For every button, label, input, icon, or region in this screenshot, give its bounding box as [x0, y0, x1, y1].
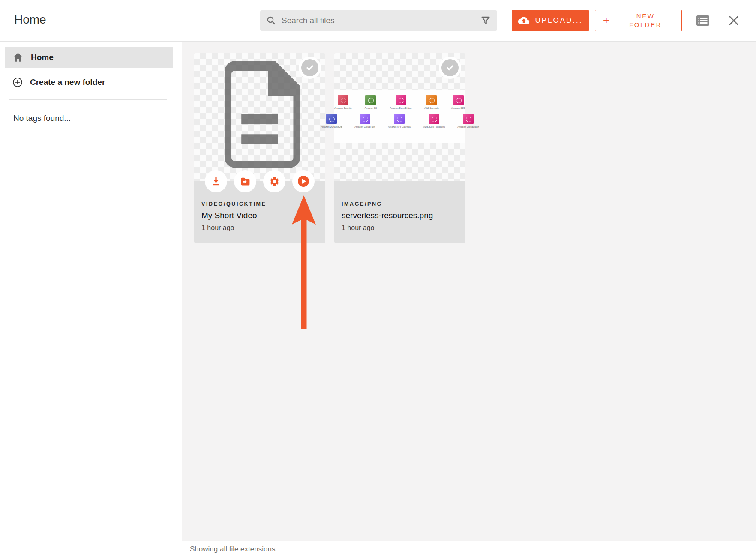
generic-file-icon [214, 60, 306, 169]
circled-plus-icon [12, 77, 23, 87]
new-folder-label: NEW FOLDER [614, 12, 677, 30]
header: Home UPLOAD... + NEW FOLDER [0, 0, 756, 42]
status-text: Showing all file extensions. [190, 545, 277, 554]
aws-icon-row: Amazon DynamoDB Amazon CloudFront Amazon… [334, 114, 465, 128]
aws-service-icon: Amazon CloudFront [354, 114, 375, 128]
aws-service-icon: Amazon DynamoDB [321, 114, 342, 128]
image-thumbnail[interactable]: Amazon Cognito Amazon S3 Amazon EventBri… [334, 53, 465, 181]
file-modified: 1 hour ago [201, 224, 318, 232]
aws-icon-row: Amazon Cognito Amazon S3 Amazon EventBri… [334, 95, 465, 109]
new-folder-button[interactable]: + NEW FOLDER [595, 10, 682, 31]
move-to-folder-button[interactable] [234, 170, 256, 192]
status-bar: Showing all file extensions. [177, 541, 756, 557]
list-view-toggle[interactable] [694, 12, 711, 29]
sidebar-divider [9, 99, 167, 100]
sidebar: Home Create a new folder No tags found..… [0, 42, 177, 557]
close-button[interactable] [725, 12, 742, 29]
settings-button[interactable] [263, 170, 285, 192]
aws-service-icon: Amazon API Gateway [388, 114, 411, 128]
home-icon [12, 52, 24, 63]
file-name: serverless-resources.png [342, 211, 458, 220]
play-button[interactable] [292, 170, 315, 192]
no-tags-message: No tags found... [13, 114, 177, 123]
page-title: Home [14, 13, 46, 27]
file-actions [205, 170, 315, 192]
settings-gear-icon [269, 176, 280, 187]
aws-service-icon: AWS Lambda [424, 95, 439, 109]
download-button[interactable] [205, 170, 227, 192]
file-name: My Short Video [201, 211, 318, 220]
download-icon [211, 176, 221, 186]
file-card-video[interactable]: VIDEO/QUICKTIME My Short Video 1 hour ag… [194, 53, 325, 243]
aws-service-icon: Amazon Cognito [334, 95, 352, 109]
search-input[interactable] [282, 16, 480, 25]
search-icon [266, 15, 276, 26]
play-icon [297, 175, 310, 188]
filter-icon[interactable] [480, 15, 491, 26]
aws-service-icon: Amazon S3 [364, 95, 378, 109]
aws-service-icon: Amazon Cloudwatch [457, 114, 479, 128]
file-type-label: IMAGE/PNG [342, 201, 458, 207]
plus-icon: + [603, 13, 609, 28]
list-view-icon [696, 15, 710, 27]
video-thumbnail[interactable] [194, 53, 325, 181]
file-type-label: VIDEO/QUICKTIME [201, 201, 318, 207]
file-browser-app: Home UPLOAD... + NEW FOLDER [0, 0, 756, 557]
upload-button[interactable]: UPLOAD... [512, 10, 589, 31]
add-to-folder-icon [240, 177, 251, 186]
upload-label: UPLOAD... [535, 16, 582, 25]
file-meta: IMAGE/PNG serverless-resources.png 1 hou… [334, 181, 465, 243]
select-file-checkbox[interactable] [439, 57, 461, 79]
sidebar-item-home[interactable]: Home [5, 47, 173, 68]
file-grid-area: VIDEO/QUICKTIME My Short Video 1 hour ag… [177, 42, 756, 541]
sidebar-home-label: Home [31, 53, 54, 62]
check-icon [441, 59, 459, 76]
create-new-folder-button[interactable]: Create a new folder [5, 71, 173, 93]
aws-service-icon: Amazon SQS [451, 95, 465, 109]
cloud-upload-icon [518, 16, 530, 25]
select-file-checkbox[interactable] [299, 57, 321, 79]
image-preview: Amazon Cognito Amazon S3 Amazon EventBri… [334, 90, 465, 143]
create-folder-label: Create a new folder [30, 78, 105, 87]
aws-service-icon: Amazon EventBridge [390, 95, 412, 109]
close-icon [727, 14, 740, 27]
search-bar[interactable] [260, 10, 497, 31]
aws-service-icon: AWS Step Functions [423, 114, 445, 128]
check-icon [301, 59, 318, 76]
file-grid: VIDEO/QUICKTIME My Short Video 1 hour ag… [182, 42, 756, 243]
file-card-image[interactable]: Amazon Cognito Amazon S3 Amazon EventBri… [334, 53, 465, 243]
file-modified: 1 hour ago [342, 224, 458, 232]
